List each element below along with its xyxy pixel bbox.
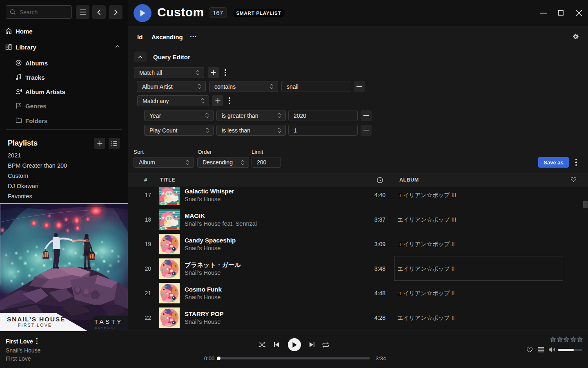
svg-text:BSTMMXI: BSTMMXI bbox=[95, 327, 116, 329]
svg-text:SNAIL’S HOUSE: SNAIL’S HOUSE bbox=[7, 316, 65, 323]
svg-text:FIRST LOVE: FIRST LOVE bbox=[18, 323, 52, 328]
svg-text:TASTY: TASTY bbox=[94, 318, 123, 325]
